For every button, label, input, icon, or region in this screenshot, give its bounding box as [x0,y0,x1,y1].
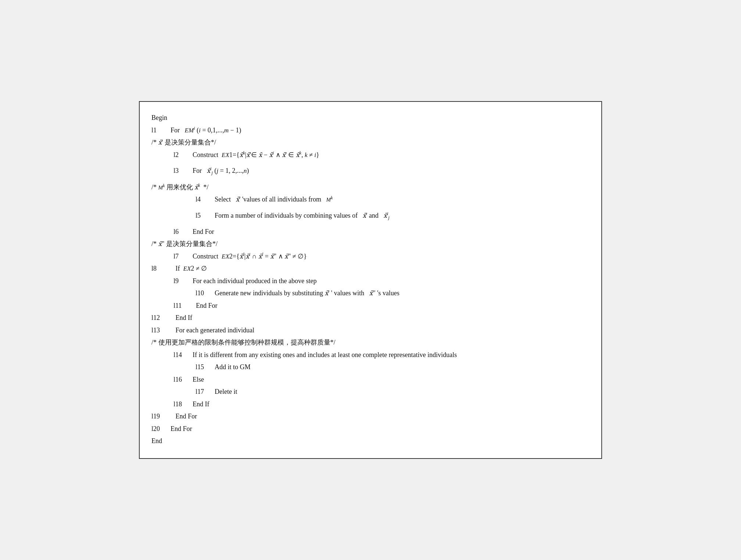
line-l9-content: For each individual produced in the abov… [193,275,316,287]
line-number-l3: l3 [173,165,193,177]
line-l8-content: If EX2 ≠ ∅ [171,263,207,275]
line-l20-content: End For [171,423,192,435]
line-number-l15: l15 [196,361,215,373]
line-l1: l1 For EMi (i = 0,1,...,m − 1) [151,125,590,136]
line-l11: l11 End For [173,300,590,312]
line-l1-content: For EMi (i = 0,1,...,m − 1) [171,125,241,136]
comment3-text: /* x̄" 是决策分量集合*/ [151,238,218,250]
line-number-l11: l11 [173,300,193,312]
line-l19: l19 End For [151,411,590,422]
line-l12: l12 End If [151,312,590,324]
line-number-l5: l5 [196,210,215,222]
line-comment2: /* Mk 用来优化 x̄k */ [151,182,590,193]
line-l16: l16 Else [173,374,590,386]
line-l18-content: End If [193,399,209,410]
line-number-l2: l2 [173,149,193,161]
line-l3: l3 For x̄ij (j = 1, 2,...,n) [173,165,590,177]
line-l2: l2 Construct EX1={x̄k|x̄'∈ x̄ − x̄i ∧ x̄… [173,149,590,161]
line-l17: l17 Delete it [196,386,590,398]
line-number-l4: l4 [196,194,215,206]
begin-label: Begin [151,112,167,124]
line-l6-content: End For [193,226,214,238]
line-l9: l9 For each individual produced in the a… [173,275,590,287]
line-number-l7: l7 [173,251,193,263]
line-number-l20: l20 [151,423,171,435]
comment1-text: /* x̄' 是决策分量集合*/ [151,137,216,149]
end-label: End [151,435,162,447]
line-number-l18: l18 [173,399,193,410]
line-l11-content: End For [193,300,218,312]
line-begin: Begin [151,112,590,124]
line-l4-content: Select x̄' 'values of all individuals fr… [215,194,333,206]
line-end: End [151,435,590,447]
line-number-l1: l1 [151,125,171,136]
line-comment4: /* 使用更加严格的限制条件能够控制种群规模，提高种群质量*/ [151,337,590,349]
line-number-l6: l6 [173,226,193,238]
line-l10-content: Generate new individuals by substituting… [215,288,400,299]
comment4-text: /* 使用更加严格的限制条件能够控制种群规模，提高种群质量*/ [151,337,336,349]
line-l15-content: Add it to GM [215,361,251,373]
line-l5-content: Form a number of individuals by combinin… [215,210,390,222]
line-number-l12: l12 [151,312,171,324]
line-l5: l5 Form a number of individuals by combi… [196,210,590,222]
line-comment1: /* x̄' 是决策分量集合*/ [151,137,590,149]
comment2-text: /* Mk 用来优化 x̄k */ [151,182,208,193]
line-l15: l15 Add it to GM [196,361,590,373]
line-l7-content: Construct EX2={x̄l|x̄i ∩ x̄l = x̄" ∧ x̄"… [193,251,307,263]
line-number-l16: l16 [173,374,193,386]
line-l14-content: If it is different from any existing one… [193,349,457,361]
line-l10: l10 Generate new individuals by substitu… [196,288,590,299]
line-comment3: /* x̄" 是决策分量集合*/ [151,238,590,250]
line-l19-content: End For [171,411,197,422]
line-l7: l7 Construct EX2={x̄l|x̄i ∩ x̄l = x̄" ∧ … [173,251,590,263]
line-l17-content: Delete it [215,386,237,398]
line-l18: l18 End If [173,399,590,410]
line-number-l9: l9 [173,275,193,287]
line-number-l10: l10 [196,288,215,299]
line-number-l14: l14 [173,349,193,361]
line-number-l17: l17 [196,386,215,398]
line-l4: l4 Select x̄' 'values of all individuals… [196,194,590,206]
line-l20: l20 End For [151,423,590,435]
line-l13-content: For each generated individual [171,325,254,336]
line-l13: l13 For each generated individual [151,325,590,336]
line-l14: l14 If it is different from any existing… [173,349,590,361]
line-l2-content: Construct EX1={x̄k|x̄'∈ x̄ − x̄i ∧ x̄' ∈… [193,149,319,161]
line-l12-content: End If [171,312,192,324]
algorithm-container: Begin l1 For EMi (i = 0,1,...,m − 1) /* … [139,101,602,459]
line-l6: l6 End For [173,226,590,238]
line-l8: l8 If EX2 ≠ ∅ [151,263,590,275]
line-number-l13: l13 [151,325,171,336]
line-number-l19: l19 [151,411,171,422]
line-l3-content: For x̄ij (j = 1, 2,...,n) [193,165,249,177]
line-number-l8: l8 [151,263,171,275]
line-l16-content: Else [193,374,204,386]
